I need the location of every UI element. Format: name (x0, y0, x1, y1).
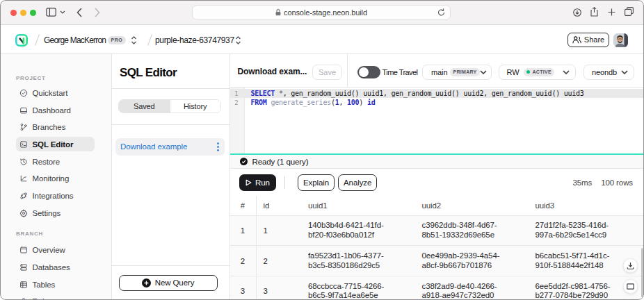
tab-saved[interactable]: Saved (119, 100, 170, 113)
sidebar-item-tables[interactable]: Tables (16, 277, 95, 292)
sidebar-toggle-glyph (46, 8, 56, 17)
sql-editor-icon (19, 140, 28, 149)
editor-toolbar: Download exam... Save Time Travel main P… (230, 54, 644, 88)
project-selector-icon[interactable] (235, 36, 241, 44)
status-text: Ready (1 query) (252, 158, 309, 166)
lock-icon (275, 9, 281, 16)
active-badge-label: ACTIVE (532, 69, 551, 74)
address-bar[interactable]: console-stage.neon.build (192, 5, 451, 20)
time-travel-toggle[interactable] (357, 66, 380, 78)
sidebar-toggle-icon[interactable] (46, 8, 56, 17)
dashboard-icon (19, 106, 28, 115)
expand-results-button[interactable] (623, 279, 638, 294)
cell-value: c3962ddb-348f-4d67-8b51-19332d69e65e (422, 221, 506, 240)
neon-logo[interactable] (15, 34, 28, 47)
cell-value: b6cabc51-5f71-4d1c-910f-518844e2f148 (536, 251, 619, 271)
table-cell: 0ee499ab-2939-4a54-a8cf-9b667b701876 (415, 246, 529, 276)
zoom-window-button[interactable] (30, 10, 36, 16)
sidebar-item-overview[interactable]: Overview (16, 243, 95, 258)
cell-value: fa9523d1-1b06-4377-b3c5-8350186d29c5 (308, 251, 392, 271)
code-editor[interactable]: 1SELECT *, gen_random_uuid() uuid1, gen_… (230, 88, 644, 153)
query-title: Download exam... (238, 67, 307, 76)
new-tab-icon[interactable] (608, 8, 615, 16)
minimize-window-button[interactable] (20, 10, 26, 16)
sidebar-item-monitoring[interactable]: Monitoring (16, 172, 95, 186)
sidebar-item-integrations[interactable]: Integrations (16, 188, 95, 203)
toggle-knob (359, 67, 369, 77)
check-glyph (240, 158, 248, 165)
sidebar-item-sql-editor[interactable]: SQL Editor (16, 137, 95, 151)
code-token: gen_random_uuid() (291, 90, 359, 97)
code-token: , (483, 90, 492, 97)
sidebar-item-branches[interactable]: Branches (16, 120, 95, 135)
sidebar-item-label: Branches (33, 123, 66, 131)
sidebar-item-label: Databases (33, 263, 70, 272)
code-token: SELECT (251, 90, 275, 97)
org-selector-icon[interactable] (131, 36, 137, 44)
tables-icon (19, 281, 28, 289)
downloads-icon[interactable] (573, 8, 581, 17)
settings-icon (19, 209, 28, 217)
scrollbar[interactable] (641, 248, 643, 297)
project-breadcrumb[interactable]: purple-haze-63747937 (155, 35, 234, 45)
table-cell: 27d1f2fa-5235-416d-997a-6b29c5e14cc9 (529, 216, 644, 246)
tab-history[interactable]: History (170, 100, 221, 113)
close-window-button[interactable] (10, 10, 17, 16)
sidebar-item-restore[interactable]: Restore (16, 154, 95, 169)
code-line[interactable]: 2FROM generate_series(1, 100) id (230, 98, 644, 108)
sidebar-item-quickstart[interactable]: Quickstart (16, 86, 95, 101)
analyze-button[interactable]: Analyze (338, 174, 377, 192)
share-glyph (590, 7, 598, 17)
cell-value: 6ee5dd2f-c981-4756-b277-0784be729d90 (536, 282, 619, 300)
table-row[interactable]: 3368ccbcca-7715-4266-b6c5-9f7a14ea6e5ec3… (230, 276, 644, 300)
database-select[interactable]: neondb (583, 65, 634, 80)
panel-divider (112, 265, 230, 266)
sidebar-item-databases[interactable]: Databases (16, 260, 95, 275)
tab-overview-glyph (625, 7, 634, 16)
sidebar-item-dashboard[interactable]: Dashboard (16, 103, 95, 117)
quickstart-icon (19, 89, 28, 97)
project-sidebar: PROJECTQuickstartDashboardBranchesSQL Ed… (0, 54, 112, 300)
back-icon[interactable] (77, 8, 82, 17)
tab-overview-icon[interactable] (625, 7, 634, 16)
avatar[interactable] (613, 33, 628, 47)
table-row[interactable]: 11140b3b4d-6421-41fd-bf20-f03e6b0a012fc3… (230, 216, 644, 247)
code-line[interactable]: 1SELECT *, gen_random_uuid() uuid1, gen_… (230, 89, 644, 99)
url-text: console-stage.neon.build (284, 8, 367, 17)
cell-value: 1 (241, 226, 245, 235)
share-icon[interactable] (590, 7, 598, 17)
reload-icon[interactable] (437, 8, 445, 17)
active-badge: ACTIVE (524, 68, 554, 77)
chevron-left-glyph (77, 8, 82, 17)
cell-value: 3 (264, 287, 302, 295)
table-cell: 140b3b4d-6421-41fd-bf20-f03e6b0a012f (301, 216, 415, 246)
share-button[interactable]: Share (567, 33, 609, 47)
download-results-button[interactable] (623, 258, 638, 273)
explain-button[interactable]: Explain (298, 174, 335, 192)
forward-icon[interactable] (95, 8, 100, 17)
saved-query-item[interactable]: Download example (115, 138, 225, 156)
branch-select[interactable]: main PRIMARY (422, 65, 492, 80)
new-query-button[interactable]: New Query (119, 275, 218, 292)
plus-glyph (608, 8, 615, 16)
chevron-down-icon[interactable] (60, 10, 65, 14)
time-travel-label: Time Travel (383, 68, 418, 76)
cell-value: 0ee499ab-2939-4a54-a8cf-9b667b701876 (422, 251, 506, 271)
run-button[interactable]: Run (239, 174, 276, 192)
code-token: id (367, 99, 376, 106)
row-count: 100 rows (601, 178, 633, 187)
save-button[interactable]: Save (312, 65, 342, 80)
sidebar-item-roles[interactable]: Roles (16, 294, 95, 300)
table-cell: 1 (230, 216, 257, 246)
sidebar-item-label: Tables (33, 281, 56, 289)
table-row[interactable]: 22fa9523d1-1b06-4377-b3c5-8350186d29c50e… (230, 246, 644, 276)
compute-select[interactable]: RW ACTIVE (499, 65, 576, 80)
org-breadcrumb[interactable]: George MacKerron (44, 35, 106, 45)
cell-value: 2 (241, 257, 245, 265)
line-number: 1 (230, 90, 239, 97)
kebab-menu-icon[interactable] (217, 142, 219, 151)
sidebar-item-settings[interactable]: Settings (16, 206, 95, 220)
code-token: gen_random_uuid() (392, 90, 460, 97)
cell-value: 2 (264, 257, 302, 265)
column-header-num: # (230, 196, 257, 215)
